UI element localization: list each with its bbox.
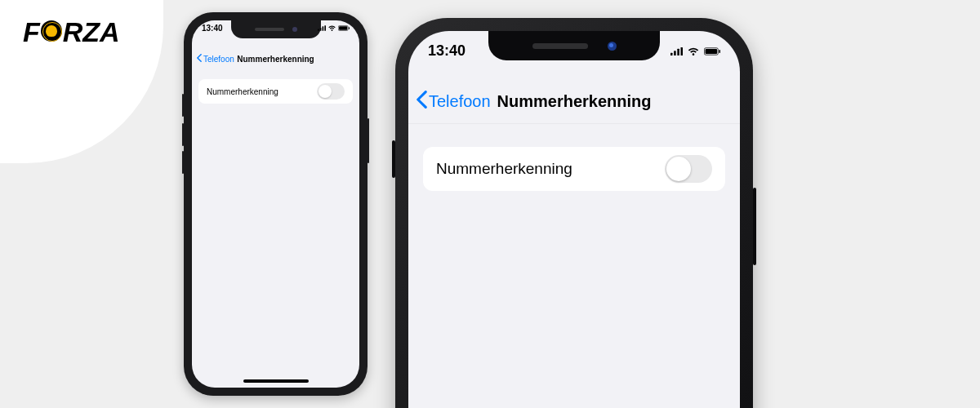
svg-rect-9 xyxy=(677,48,679,55)
setting-label: Nummerherkenning xyxy=(436,160,572,178)
phone-small-frame: 13:40 Telefoon Nummerherkenning Nummerhe… xyxy=(184,12,368,396)
svg-rect-5 xyxy=(339,26,347,29)
phone-large-frame: 13:40 Telefoon Nummerherkenning Nummerhe… xyxy=(395,18,753,408)
svg-rect-3 xyxy=(324,25,326,31)
page-title: Nummerherkenning xyxy=(237,55,314,64)
svg-rect-8 xyxy=(674,51,676,55)
callerid-toggle[interactable] xyxy=(317,83,345,100)
svg-rect-7 xyxy=(670,52,673,55)
setting-row-callerid[interactable]: Nummerherkenning xyxy=(198,79,353,104)
brand-prefix: F xyxy=(23,16,40,48)
battery-icon xyxy=(704,47,720,55)
callerid-toggle[interactable] xyxy=(665,155,712,183)
svg-rect-1 xyxy=(320,28,322,31)
svg-rect-10 xyxy=(681,47,684,55)
phone-small-screen: 13:40 Telefoon Nummerherkenning Nummerhe… xyxy=(192,20,359,388)
svg-rect-6 xyxy=(349,27,350,29)
svg-rect-13 xyxy=(719,50,720,53)
status-bar: 13:40 xyxy=(408,42,740,60)
svg-rect-0 xyxy=(318,29,319,31)
brand-logo: F RZA xyxy=(23,16,120,48)
back-label: Telefoon xyxy=(429,92,491,111)
setting-row-callerid[interactable]: Nummerherkenning xyxy=(423,147,725,191)
back-button[interactable]: Telefoon xyxy=(197,54,234,64)
status-bar: 13:40 xyxy=(192,24,359,33)
lion-icon xyxy=(41,20,62,42)
navigation-bar: Telefoon Nummerherkenning xyxy=(408,80,740,124)
chevron-left-icon xyxy=(416,91,427,113)
setting-label: Nummerherkenning xyxy=(207,87,278,96)
chevron-left-icon xyxy=(197,54,202,64)
cellular-signal-icon xyxy=(318,25,326,31)
wifi-icon xyxy=(688,47,699,55)
brand-suffix: RZA xyxy=(63,16,120,48)
back-button[interactable]: Telefoon xyxy=(416,91,491,113)
status-time: 13:40 xyxy=(202,24,223,33)
page-title: Nummerherkenning xyxy=(497,92,652,111)
phone-large-screen: 13:40 Telefoon Nummerherkenning Nummerhe… xyxy=(408,31,740,408)
status-time: 13:40 xyxy=(428,42,466,60)
back-label: Telefoon xyxy=(203,55,234,64)
cellular-signal-icon xyxy=(670,47,683,55)
svg-rect-12 xyxy=(706,48,718,53)
home-indicator[interactable] xyxy=(243,379,309,383)
battery-icon xyxy=(338,25,350,31)
wifi-icon xyxy=(328,25,336,31)
navigation-bar: Telefoon Nummerherkenning xyxy=(192,47,359,71)
svg-rect-2 xyxy=(323,26,324,31)
